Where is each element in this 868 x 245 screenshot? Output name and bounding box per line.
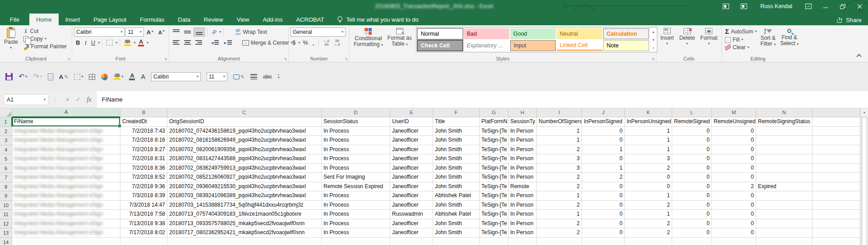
grid-cell[interactable]: 0 — [582, 191, 625, 201]
grid-cell[interactable]: Janeofficer — [390, 136, 433, 145]
grid-cell[interactable]: 2 — [625, 164, 672, 173]
toolbar-options-button[interactable]: ▾ — [277, 74, 279, 79]
italic-button[interactable]: I — [83, 38, 88, 47]
font-name-combo[interactable]: Calibri▾ — [74, 28, 125, 37]
tab-formulas[interactable]: Formulas — [133, 14, 171, 25]
tab-page-layout[interactable]: Page Layout — [87, 14, 133, 25]
grid-cell[interactable]: In Person — [508, 210, 537, 219]
grid-cell[interactable]: CreatedDt — [120, 117, 167, 127]
grid-cell[interactable]: 0 — [672, 228, 712, 238]
paste-button[interactable]: Paste▾ — [2, 27, 20, 51]
grid-cell[interactable]: 1 — [582, 145, 625, 155]
selected-cell[interactable]: FIName — [12, 117, 120, 127]
formula-input[interactable]: FIName — [96, 91, 868, 108]
strikethrough-button[interactable]: abc — [263, 74, 272, 80]
column-header-b[interactable]: B — [120, 108, 167, 117]
grid-cell[interactable] — [813, 154, 860, 164]
grid-cell[interactable]: 2 — [537, 219, 582, 229]
grid-cell[interactable]: 0 — [712, 145, 756, 155]
grid-cell[interactable]: TeSign-[Te — [480, 154, 508, 164]
grid-cell[interactable]: InPersonSigned — [582, 117, 625, 127]
grid-cell[interactable] — [813, 219, 860, 229]
grid-cell[interactable]: TeSign-[Te — [480, 182, 508, 192]
grid-cell[interactable] — [756, 238, 813, 245]
grid-cell[interactable]: In Process — [322, 164, 390, 173]
sort-filter-button[interactable]: AZ Sort &Filter ▾ — [758, 27, 778, 51]
grid-cell[interactable]: 0 — [672, 219, 712, 229]
grid-cell[interactable]: John Smith — [433, 136, 480, 145]
grid-cell[interactable] — [390, 238, 433, 245]
grid-cell[interactable]: Abhishek Patel — [433, 191, 480, 201]
grid-cell[interactable]: Russwadmin — [390, 210, 433, 219]
grid-cell[interactable]: John Smith — [433, 145, 480, 155]
grid-cell[interactable] — [813, 173, 860, 182]
vertical-scrollbar[interactable]: ▲ — [860, 108, 868, 245]
grid-cell[interactable] — [756, 164, 813, 173]
tab-insert[interactable]: Insert — [59, 14, 87, 25]
grid-cell[interactable] — [756, 228, 813, 238]
grid-cell[interactable]: 1 — [537, 191, 582, 201]
grid-cell[interactable]: 20180702_0820061909356_pqol43ho2ucpbrvhe… — [167, 145, 322, 155]
style-input[interactable]: Input — [510, 40, 556, 51]
grid-cell[interactable]: 20180713_0757404309183_1fiiivze1maon05c1… — [167, 210, 322, 219]
font-style-a-button[interactable]: A — [141, 74, 145, 79]
grid-cell[interactable]: In Person — [508, 164, 537, 173]
grid-cell[interactable]: 0 — [672, 154, 712, 164]
grid-cell[interactable]: John Smith — [433, 201, 480, 210]
grid-cell[interactable]: 20180702_0742436158619_pqol43ho2ucpbrvhe… — [167, 127, 322, 136]
grid-cell[interactable]: PlatFormN — [480, 117, 508, 127]
app-window-icon-2[interactable] — [735, 0, 753, 13]
decrease-decimal-button[interactable]: .00→.0 — [332, 38, 342, 47]
grid-cell[interactable]: 0 — [582, 182, 625, 192]
grid-cell[interactable] — [813, 117, 860, 127]
row-header[interactable]: 7 — [0, 173, 12, 182]
grid-cell[interactable]: In Person — [508, 173, 537, 182]
borders-button[interactable] — [105, 39, 115, 46]
grid-cell[interactable]: John Smith — [433, 154, 480, 164]
row-header[interactable]: 3 — [0, 136, 12, 145]
row-header[interactable]: 12 — [0, 219, 12, 229]
shrink-font-button[interactable]: A▼ — [157, 28, 167, 36]
grid-cell[interactable]: 7/2/2018 8:27 — [120, 145, 167, 155]
grid-cell[interactable]: Sent For Imaging — [322, 173, 390, 182]
alignment-dialog-launcher[interactable]: ↘ — [283, 57, 287, 61]
font-color-quick-button[interactable]: A — [129, 73, 135, 80]
row-header[interactable]: 9 — [0, 191, 12, 201]
grid-cell[interactable] — [756, 136, 813, 145]
grid-cell[interactable]: Integrated Media Management eSign — [12, 219, 120, 229]
fill-color-quick-button[interactable]: ▾ — [114, 74, 123, 80]
row-header[interactable]: 6 — [0, 164, 12, 173]
grid-cell[interactable]: 2 — [537, 145, 582, 155]
grid-cell[interactable]: 0 — [582, 154, 625, 164]
grid-cell[interactable]: 1 — [537, 136, 582, 145]
grid-cell[interactable]: 3 — [537, 154, 582, 164]
grid-cell[interactable]: 0 — [672, 191, 712, 201]
grid-cell[interactable] — [12, 238, 120, 245]
grid-cell[interactable] — [813, 210, 860, 219]
grid-cell[interactable]: In Process — [322, 145, 390, 155]
clear-button[interactable]: Clear▾ — [724, 44, 758, 51]
select-all-corner[interactable] — [0, 108, 12, 117]
grid-cell[interactable]: In Person — [508, 136, 537, 145]
grid-cell[interactable]: In Process — [322, 210, 390, 219]
border-style-button[interactable]: ▾ — [74, 74, 83, 80]
column-header-l[interactable]: L — [672, 108, 712, 117]
grid-cell[interactable]: Janeofficer — [390, 127, 433, 136]
delete-cells-button[interactable]: ✕ Delete▾ — [677, 27, 697, 46]
grid-cell[interactable]: 2 — [582, 173, 625, 182]
style-check-cell[interactable]: Check Cell — [417, 40, 463, 51]
grid-cell[interactable]: 0 — [625, 173, 672, 182]
grid-cell[interactable]: TeSign-[Te — [480, 201, 508, 210]
document-properties-button[interactable]: ⓘ — [48, 74, 53, 80]
grid-cell[interactable]: 0 — [712, 201, 756, 210]
all-borders-button[interactable] — [89, 74, 95, 80]
grid-cell[interactable]: Janeofficer — [390, 219, 433, 229]
format-shape-button[interactable]: ✎ — [233, 74, 245, 80]
justify-button[interactable] — [250, 74, 257, 80]
grid-cell[interactable] — [712, 238, 756, 245]
grid-cell[interactable]: In Process — [322, 136, 390, 145]
row-header[interactable]: 10 — [0, 201, 12, 210]
close-button[interactable] — [851, 0, 868, 13]
row-header[interactable]: 8 — [0, 182, 12, 192]
grid-cell[interactable]: 20180703_0839241096389_pqol43ho2ucpbrvhe… — [167, 191, 322, 201]
